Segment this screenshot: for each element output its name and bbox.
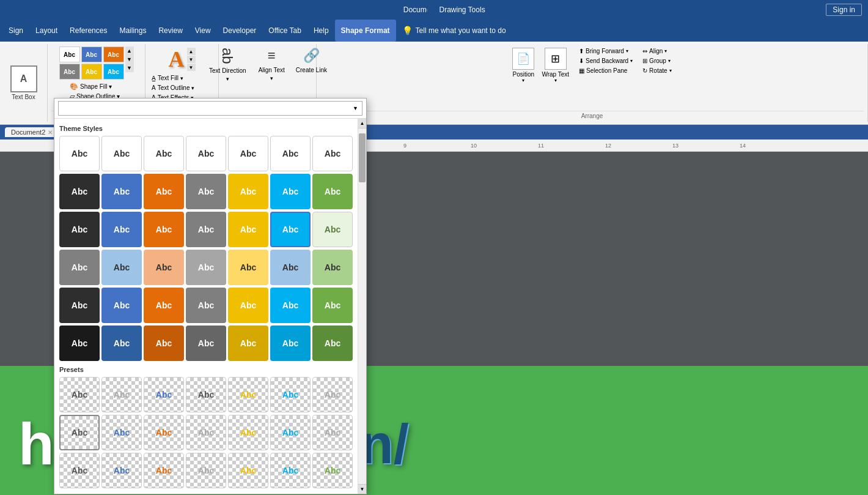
style-cell[interactable]: Abc: [59, 136, 100, 171]
align-button[interactable]: ⇔ Align ▾: [640, 47, 674, 56]
wordart-scroll-up[interactable]: ▲: [187, 48, 196, 55]
align-text-button[interactable]: ≡ Align Text ▾: [254, 47, 290, 83]
style-cell-orange[interactable]: Abc: [144, 174, 184, 209]
preset-cell[interactable]: Abc: [186, 453, 226, 488]
style-cell[interactable]: Abc: [59, 250, 100, 285]
shape-style-preview-2[interactable]: Abc: [81, 47, 102, 62]
scrollbar-down-button[interactable]: ▼: [358, 484, 366, 494]
preset-cell[interactable]: Abc: [312, 377, 353, 412]
style-cell[interactable]: Abc: [101, 212, 142, 247]
wordart-scroll-down[interactable]: ▼: [187, 56, 196, 63]
style-cell[interactable]: Abc: [186, 250, 226, 285]
preset-cell[interactable]: Abc: [270, 415, 311, 450]
sign-in-button[interactable]: Sign in: [826, 4, 862, 16]
wrap-text-button[interactable]: ⊞ Wrap Text ▾: [539, 47, 572, 84]
preset-cell[interactable]: Abc: [59, 453, 100, 488]
style-cell[interactable]: Abc: [144, 326, 184, 361]
preset-cell-bordered[interactable]: Abc: [59, 415, 100, 450]
preset-cell[interactable]: Abc: [101, 377, 142, 412]
shape-style-preview-3[interactable]: Abc: [103, 47, 124, 62]
document-tab[interactable]: Document2 ✕: [5, 127, 59, 137]
style-scroll-down[interactable]: ▼: [125, 55, 134, 64]
style-cell[interactable]: Abc: [186, 136, 226, 171]
style-cell[interactable]: Abc: [144, 288, 184, 323]
group-button[interactable]: ⊞ Group ▾: [640, 56, 674, 65]
wordart-a-button[interactable]: A: [169, 47, 185, 72]
menu-item-review[interactable]: Review: [152, 20, 188, 42]
preset-cell[interactable]: Abc: [101, 415, 142, 450]
preset-cell[interactable]: Abc: [312, 453, 353, 488]
style-cell-lightblue[interactable]: Abc: [270, 174, 311, 209]
style-cell[interactable]: Abc: [59, 288, 100, 323]
preset-cell[interactable]: Abc: [228, 377, 268, 412]
style-scroll-expand[interactable]: ▼: [125, 64, 134, 72]
menu-item-shape-format[interactable]: Shape Format: [335, 20, 396, 42]
preset-cell[interactable]: Abc: [270, 377, 311, 412]
style-cell[interactable]: Abc: [228, 326, 268, 361]
rotate-button[interactable]: ↻ Rotate ▾: [640, 66, 674, 75]
style-cell[interactable]: Abc: [270, 136, 311, 171]
shape-style-preview-6[interactable]: Abc: [103, 64, 124, 80]
preset-cell[interactable]: Abc: [312, 415, 353, 450]
style-scroll-up[interactable]: ▲: [125, 47, 134, 55]
preset-cell[interactable]: Abc: [186, 415, 226, 450]
style-cell[interactable]: Abc: [101, 326, 142, 361]
style-cell[interactable]: Abc: [228, 212, 268, 247]
shape-style-preview-1[interactable]: Abc: [59, 47, 80, 62]
wordart-expand[interactable]: ▼: [187, 64, 196, 71]
style-cell[interactable]: Abc: [228, 288, 268, 323]
tab-close-button[interactable]: ✕: [48, 129, 53, 136]
popup-scroll-area[interactable]: Theme Styles Abc Abc Abc Abc Abc Abc Abc…: [54, 119, 358, 494]
style-cell[interactable]: Abc: [270, 250, 311, 285]
style-cell[interactable]: Abc: [186, 212, 226, 247]
menu-item-layout[interactable]: Layout: [29, 20, 64, 42]
preset-cell[interactable]: Abc: [228, 453, 268, 488]
preset-cell[interactable]: Abc: [144, 453, 184, 488]
style-cell[interactable]: Abc: [228, 250, 268, 285]
menu-item-developer[interactable]: Developer: [217, 20, 263, 42]
shape-fill-button[interactable]: 🎨 Shape Fill ▾: [68, 82, 124, 91]
preset-cell[interactable]: Abc: [144, 377, 184, 412]
style-cell[interactable]: Abc: [101, 136, 142, 171]
style-cell[interactable]: Abc: [144, 212, 184, 247]
style-cell[interactable]: Abc: [186, 288, 226, 323]
style-cell[interactable]: Abc: [144, 250, 184, 285]
menu-item-office-tab[interactable]: Office Tab: [262, 20, 307, 42]
position-button[interactable]: 📄 Position ▾: [510, 47, 537, 84]
style-cell[interactable]: Abc: [312, 326, 353, 361]
style-cell[interactable]: Abc: [270, 288, 311, 323]
style-cell[interactable]: Abc: [59, 326, 100, 361]
style-cell-gray[interactable]: Abc: [186, 174, 226, 209]
menu-item-mailings[interactable]: Mailings: [113, 20, 152, 42]
style-cell[interactable]: Abc: [312, 250, 353, 285]
preset-cell[interactable]: Abc: [144, 415, 184, 450]
menu-item-help[interactable]: Help: [307, 20, 335, 42]
style-cell[interactable]: Abc: [144, 136, 184, 171]
text-box-button[interactable]: A Text Box: [8, 63, 40, 103]
preset-cell[interactable]: Abc: [228, 415, 268, 450]
text-direction-button[interactable]: ab Text Direction ▾: [204, 47, 251, 83]
preset-cell[interactable]: Abc: [270, 453, 311, 488]
shape-style-preview-5[interactable]: Abc: [81, 64, 102, 80]
popup-dropdown[interactable]: ▼: [58, 101, 362, 116]
text-outline-button[interactable]: A Text Outline ▾: [149, 83, 215, 92]
selection-pane-button[interactable]: ▦ Selection Pane: [576, 66, 635, 75]
style-cell[interactable]: Abc: [228, 136, 268, 171]
style-cell-blue[interactable]: Abc: [101, 174, 142, 209]
style-cell[interactable]: Abc: [270, 326, 311, 361]
scrollbar-thumb[interactable]: [359, 133, 366, 182]
preset-cell[interactable]: Abc: [101, 453, 142, 488]
style-cell-selected[interactable]: Abc: [270, 212, 311, 247]
menu-item-view[interactable]: View: [189, 20, 217, 42]
style-cell-hovered[interactable]: Abc: [312, 212, 353, 247]
tell-me-bar[interactable]: 💡 Tell me what you want to do: [402, 20, 506, 42]
style-cell-black[interactable]: Abc: [59, 174, 100, 209]
style-cell[interactable]: Abc: [101, 288, 142, 323]
scrollbar-up-button[interactable]: ▲: [358, 119, 366, 128]
send-backward-button[interactable]: ⬇ Send Backward ▾: [576, 56, 635, 65]
style-cell-green[interactable]: Abc: [312, 174, 353, 209]
style-cell[interactable]: Abc: [101, 250, 142, 285]
style-cell[interactable]: Abc: [186, 326, 226, 361]
style-cell[interactable]: Abc: [59, 212, 100, 247]
shape-style-preview-4[interactable]: Abc: [59, 64, 80, 80]
